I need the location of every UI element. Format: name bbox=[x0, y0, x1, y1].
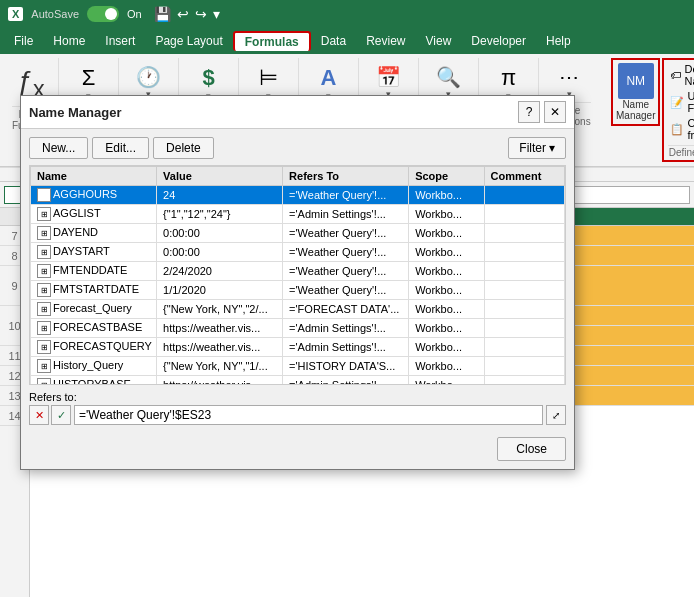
refers-cancel-btn[interactable]: ✕ bbox=[29, 405, 49, 425]
autosave-toggle[interactable] bbox=[87, 6, 119, 22]
cell-scope: Workbo... bbox=[409, 186, 484, 205]
table-row[interactable]: ⊞AGGHOURS 24 ='Weather Query'!... Workbo… bbox=[31, 186, 565, 205]
range-icon: ⊞ bbox=[37, 302, 51, 316]
cell-scope: Workbo... bbox=[409, 357, 484, 376]
col-header-value[interactable]: Value bbox=[157, 167, 283, 186]
cell-comment bbox=[484, 300, 564, 319]
cell-comment bbox=[484, 338, 564, 357]
cell-scope: Workbo... bbox=[409, 281, 484, 300]
menu-developer[interactable]: Developer bbox=[461, 30, 536, 52]
menu-home[interactable]: Home bbox=[43, 30, 95, 52]
cell-name: ⊞DAYEND bbox=[31, 224, 157, 243]
delete-btn[interactable]: Delete bbox=[153, 137, 214, 159]
range-icon: ⊞ bbox=[37, 226, 51, 240]
cell-comment bbox=[484, 357, 564, 376]
save-icon[interactable]: 💾 bbox=[154, 6, 171, 22]
cell-value: {"New York, NY","2/... bbox=[157, 300, 283, 319]
cell-scope: Workbo... bbox=[409, 338, 484, 357]
cell-value: 0:00:00 bbox=[157, 243, 283, 262]
table-row[interactable]: ⊞DAYSTART 0:00:00 ='Weather Query'!... W… bbox=[31, 243, 565, 262]
excel-logo: X bbox=[8, 7, 23, 21]
names-table: Name Value Refers To Scope Comment ⊞AGGH… bbox=[30, 166, 565, 385]
text-icon: A bbox=[321, 65, 337, 91]
cell-name: ⊞AGGLIST bbox=[31, 205, 157, 224]
autosave-dot bbox=[105, 8, 117, 20]
edit-btn[interactable]: Edit... bbox=[92, 137, 149, 159]
menu-help[interactable]: Help bbox=[536, 30, 581, 52]
titlebar: X AutoSave On 💾 ↩ ↪ ▾ bbox=[0, 0, 694, 28]
table-row[interactable]: ⊞DAYEND 0:00:00 ='Weather Query'!... Wor… bbox=[31, 224, 565, 243]
use-in-formula-label: Use in Formula bbox=[687, 90, 694, 114]
titlebar-icons: 💾 ↩ ↪ ▾ bbox=[154, 6, 220, 22]
range-icon: ⊞ bbox=[37, 283, 51, 297]
cell-name: ⊞FMTENDDATE bbox=[31, 262, 157, 281]
menu-data[interactable]: Data bbox=[311, 30, 356, 52]
menu-page-layout[interactable]: Page Layout bbox=[145, 30, 232, 52]
refers-to-label: Refers to: bbox=[29, 391, 566, 403]
table-row[interactable]: ⊞FORECASTBASE https://weather.vis... ='A… bbox=[31, 319, 565, 338]
cell-value: {"1","12","24"} bbox=[157, 205, 283, 224]
cell-value: {"New York, NY","1/... bbox=[157, 357, 283, 376]
table-row[interactable]: ⊞FORECASTQUERY https://weather.vis... ='… bbox=[31, 338, 565, 357]
undo-icon[interactable]: ↩ bbox=[177, 6, 189, 22]
range-icon: ⊞ bbox=[37, 207, 51, 221]
cell-comment bbox=[484, 281, 564, 300]
use-formula-icon: 📝 bbox=[670, 96, 684, 109]
cell-refers-to: ='Weather Query'!... bbox=[283, 281, 409, 300]
cell-refers-to: ='Weather Query'!... bbox=[283, 224, 409, 243]
cell-scope: Workbo... bbox=[409, 300, 484, 319]
customize-icon[interactable]: ▾ bbox=[213, 6, 220, 22]
dollar-icon: $ bbox=[202, 65, 214, 91]
dialog-close-button[interactable]: Close bbox=[497, 437, 566, 461]
define-names-group: 🏷 Define Name ▾ 📝 Use in Formula ▾ 📋 Cre… bbox=[662, 58, 694, 162]
refers-to-input[interactable] bbox=[74, 405, 543, 425]
menu-review[interactable]: Review bbox=[356, 30, 415, 52]
menu-formulas[interactable]: Formulas bbox=[233, 31, 311, 51]
table-row[interactable]: ⊞AGGLIST {"1","12","24"} ='Admin Setting… bbox=[31, 205, 565, 224]
col-header-refers-to[interactable]: Refers To bbox=[283, 167, 409, 186]
range-icon: ⊞ bbox=[37, 188, 51, 202]
refers-confirm-btn[interactable]: ✓ bbox=[51, 405, 71, 425]
menu-view[interactable]: View bbox=[416, 30, 462, 52]
dialog-close-btn[interactable]: ✕ bbox=[544, 101, 566, 123]
define-name-btn[interactable]: 🏷 Define Name ▾ bbox=[668, 62, 694, 88]
cell-value: 0:00:00 bbox=[157, 224, 283, 243]
name-manager-btn[interactable]: NM NameManager bbox=[611, 58, 660, 126]
dialog-title: Name Manager bbox=[29, 105, 121, 120]
cell-refers-to: ='Weather Query'!... bbox=[283, 243, 409, 262]
cell-comment bbox=[484, 376, 564, 386]
refers-expand-btn[interactable]: ⤢ bbox=[546, 405, 566, 425]
menu-insert[interactable]: Insert bbox=[95, 30, 145, 52]
use-in-formula-btn[interactable]: 📝 Use in Formula ▾ bbox=[668, 89, 694, 115]
col-header-scope[interactable]: Scope bbox=[409, 167, 484, 186]
new-btn[interactable]: New... bbox=[29, 137, 88, 159]
col-header-comment[interactable]: Comment bbox=[484, 167, 564, 186]
dialog-help-btn[interactable]: ? bbox=[518, 101, 540, 123]
range-icon: ⊞ bbox=[37, 245, 51, 259]
cell-value: https://weather.vis... bbox=[157, 319, 283, 338]
table-row[interactable]: ⊞HISTORYBASE https://weather.vis... ='Ad… bbox=[31, 376, 565, 386]
table-row[interactable]: ⊞Forecast_Query {"New York, NY","2/... =… bbox=[31, 300, 565, 319]
dialog-action-buttons: New... Edit... Delete bbox=[29, 137, 214, 159]
sigma-icon: Σ bbox=[82, 65, 96, 91]
names-table-container[interactable]: Name Value Refers To Scope Comment ⊞AGGH… bbox=[29, 165, 566, 385]
create-from-label: Create from Se... bbox=[687, 117, 694, 141]
filter-btn[interactable]: Filter ▾ bbox=[508, 137, 566, 159]
cell-scope: Workbo... bbox=[409, 376, 484, 386]
cell-refers-to: ='HISTORY DATA'S... bbox=[283, 357, 409, 376]
table-row[interactable]: ⊞History_Query {"New York, NY","1/... ='… bbox=[31, 357, 565, 376]
redo-icon[interactable]: ↪ bbox=[195, 6, 207, 22]
name-manager-dialog: Name Manager ? ✕ New... Edit... Delete F… bbox=[20, 95, 575, 470]
cell-refers-to: ='Admin Settings'!... bbox=[283, 205, 409, 224]
create-from-icon: 📋 bbox=[670, 123, 684, 136]
logical-icon: ⊨ bbox=[259, 65, 278, 91]
refers-validation-btns: ✕ ✓ bbox=[29, 405, 71, 425]
col-header-name[interactable]: Name bbox=[31, 167, 157, 186]
table-row[interactable]: ⊞FMTSTARTDATE 1/1/2020 ='Weather Query'!… bbox=[31, 281, 565, 300]
cell-refers-to: ='Admin Settings'!... bbox=[283, 376, 409, 386]
cell-name: ⊞AGGHOURS bbox=[31, 186, 157, 205]
menu-file[interactable]: File bbox=[4, 30, 43, 52]
create-from-btn[interactable]: 📋 Create from Se... bbox=[668, 116, 694, 142]
range-icon: ⊞ bbox=[37, 321, 51, 335]
table-row[interactable]: ⊞FMTENDDATE 2/24/2020 ='Weather Query'!.… bbox=[31, 262, 565, 281]
